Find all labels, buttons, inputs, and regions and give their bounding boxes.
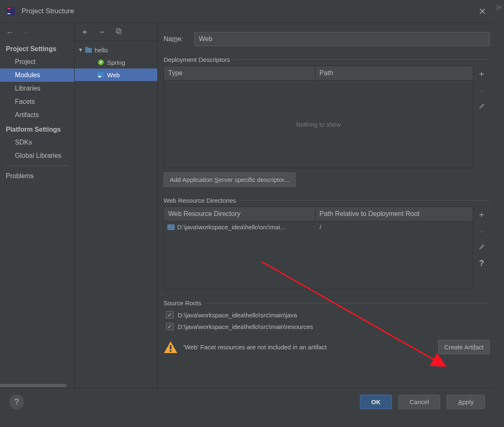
project-structure-window: Project Structure ← → Project Settings P… bbox=[0, 0, 494, 415]
source-roots-title: Source Roots bbox=[164, 299, 490, 307]
close-button[interactable] bbox=[477, 5, 488, 17]
module-tree: ▼ hello Spring bbox=[75, 41, 157, 81]
tree-node-web[interactable]: Web bbox=[75, 69, 157, 81]
wrd-header-dir[interactable]: Web Resource Directory bbox=[164, 207, 316, 221]
check-icon: ✓ bbox=[167, 323, 172, 330]
tree-node-hello[interactable]: ▼ hello bbox=[75, 44, 157, 56]
edit-icon[interactable] bbox=[478, 243, 485, 253]
svg-rect-6 bbox=[85, 47, 88, 49]
tree-toolbar: ＋ － bbox=[75, 23, 157, 41]
create-artifact-button[interactable]: Create Artifact bbox=[438, 340, 490, 354]
forward-arrow-icon[interactable]: → bbox=[21, 27, 29, 37]
nav-project[interactable]: Project bbox=[0, 55, 74, 69]
nav-facets[interactable]: Facets bbox=[0, 95, 74, 108]
source-root-path: D:\java\workspace_idea\hello\src\main\re… bbox=[178, 323, 313, 330]
web-resource-dirs-title: Web Resource Directories bbox=[164, 197, 490, 204]
wrd-header-path[interactable]: Path Relative to Deployment Root bbox=[316, 207, 473, 221]
settings-sidebar: ← → Project Settings Project Modules Lib… bbox=[0, 23, 75, 388]
add-icon[interactable]: ＋ bbox=[81, 26, 89, 37]
checkbox[interactable]: ✓ bbox=[166, 311, 174, 319]
svg-rect-1 bbox=[7, 8, 10, 9]
divider bbox=[6, 166, 69, 166]
svg-rect-2 bbox=[7, 13, 10, 14]
spring-icon bbox=[97, 59, 105, 66]
tree-label: Spring bbox=[107, 59, 125, 66]
source-root-row[interactable]: ✓ D:\java\workspace_idea\hello\src\main\… bbox=[164, 309, 490, 321]
checkbox[interactable]: ✓ bbox=[166, 323, 174, 330]
folder-icon bbox=[167, 224, 175, 230]
ok-button[interactable]: OK bbox=[360, 395, 392, 409]
titlebar: Project Structure bbox=[0, 0, 494, 22]
nav-artifacts[interactable]: Artifacts bbox=[0, 108, 74, 122]
name-label: Name: bbox=[164, 35, 194, 43]
svg-rect-12 bbox=[170, 350, 171, 352]
dd-header-type[interactable]: Type bbox=[164, 66, 316, 80]
tree-label: Web bbox=[107, 71, 120, 79]
background-fragment: )e bbox=[496, 3, 502, 10]
deployment-descriptors-title: Deployment Descriptors bbox=[164, 56, 490, 63]
module-icon bbox=[85, 46, 92, 54]
source-root-path: D:\java\workspace_idea\hello\src\main\ja… bbox=[178, 312, 297, 319]
add-icon[interactable]: ＋ bbox=[477, 209, 486, 220]
wrd-path: / bbox=[320, 223, 321, 231]
wrd-dir: D:\java\workspace_idea\hello\src\mai... bbox=[177, 223, 285, 231]
intellij-icon bbox=[6, 6, 16, 16]
warning-text: 'Web' Facet resources are not included i… bbox=[183, 344, 432, 351]
horizontal-scrollbar[interactable] bbox=[0, 384, 66, 387]
source-root-row[interactable]: ✓ D:\java\workspace_idea\hello\src\main\… bbox=[164, 321, 490, 332]
apply-button[interactable]: Apply bbox=[447, 395, 485, 409]
add-server-descriptor-button[interactable]: Add Application Server specific descript… bbox=[164, 172, 296, 187]
nav-libraries[interactable]: Libraries bbox=[0, 82, 74, 95]
table-row[interactable]: D:\java\workspace_idea\hello\src\mai... … bbox=[164, 221, 473, 233]
check-icon: ✓ bbox=[167, 312, 172, 318]
nav-problems[interactable]: Problems bbox=[0, 169, 74, 183]
project-settings-header: Project Settings bbox=[0, 41, 74, 55]
svg-rect-7 bbox=[89, 49, 91, 52]
dd-empty-text: Nothing to show bbox=[164, 81, 473, 168]
edit-icon[interactable] bbox=[478, 102, 485, 112]
dd-tools: ＋ － bbox=[473, 66, 490, 168]
nav-sdks[interactable]: SDKs bbox=[0, 136, 74, 149]
back-arrow-icon[interactable]: ← bbox=[6, 27, 14, 37]
facet-config-panel: Name: Deployment Descriptors Type Path N… bbox=[158, 23, 494, 388]
remove-icon[interactable]: － bbox=[477, 226, 486, 237]
platform-settings-header: Platform Settings bbox=[0, 122, 74, 136]
warning-icon bbox=[164, 341, 178, 353]
help-icon[interactable]: ? bbox=[479, 258, 484, 268]
cancel-button[interactable]: Cancel bbox=[399, 395, 440, 409]
help-button[interactable]: ? bbox=[9, 395, 24, 410]
module-tree-panel: ＋ － ▼ hello bbox=[75, 23, 158, 388]
dialog-footer: ? OK Cancel Apply bbox=[0, 388, 494, 415]
copy-icon[interactable] bbox=[115, 27, 122, 37]
nav-modules[interactable]: Modules bbox=[0, 69, 74, 82]
expand-icon[interactable]: ▼ bbox=[78, 47, 83, 53]
deployment-descriptors-table: Type Path Nothing to show bbox=[164, 66, 473, 168]
remove-icon[interactable]: － bbox=[98, 26, 106, 37]
add-icon[interactable]: ＋ bbox=[477, 68, 486, 79]
nav-history: ← → bbox=[0, 23, 74, 41]
dd-header-path[interactable]: Path bbox=[316, 66, 473, 80]
tree-node-spring[interactable]: Spring bbox=[75, 56, 157, 69]
facet-name-input[interactable] bbox=[194, 32, 490, 46]
web-resource-dirs-table: Web Resource Directory Path Relative to … bbox=[164, 206, 473, 290]
svg-rect-3 bbox=[116, 29, 120, 32]
svg-rect-11 bbox=[170, 345, 171, 349]
wrd-tools: ＋ － ? bbox=[473, 206, 490, 290]
svg-rect-4 bbox=[117, 30, 121, 34]
nav-global-libraries[interactable]: Global Libraries bbox=[0, 149, 74, 162]
remove-icon[interactable]: － bbox=[477, 85, 486, 96]
tree-label: hello bbox=[95, 47, 108, 54]
web-icon bbox=[97, 71, 105, 79]
window-title: Project Structure bbox=[22, 7, 74, 15]
